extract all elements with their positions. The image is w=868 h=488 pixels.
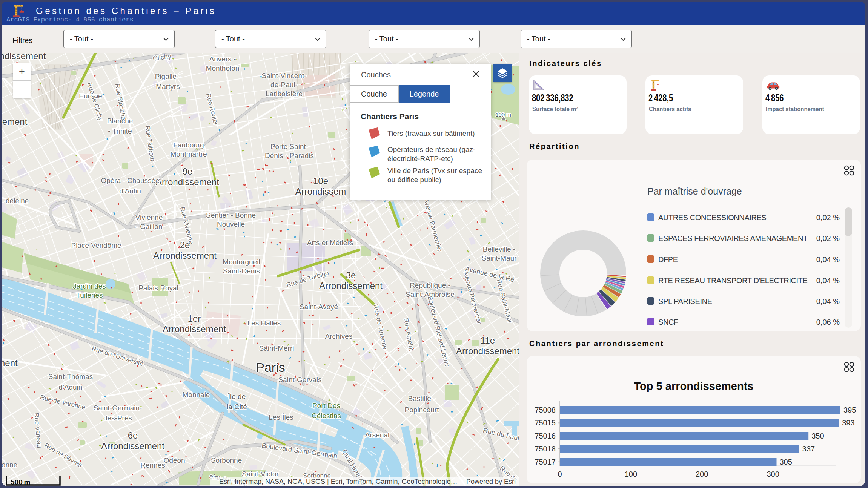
svg-text:11e: 11e [481, 335, 495, 345]
svg-text:Rennes: Rennes [140, 461, 165, 469]
svg-text:75018: 75018 [535, 445, 556, 453]
svg-text:Faubourg: Faubourg [173, 141, 204, 149]
svg-text:Jardin des: Jardin des [73, 282, 106, 290]
svg-text:Les Halles: Les Halles [247, 319, 281, 327]
svg-text:Vivienne: Vivienne [135, 213, 163, 221]
svg-text:Bastille -: Bastille - [408, 394, 436, 402]
svg-text:393: 393 [842, 419, 854, 427]
svg-text:75017: 75017 [535, 458, 556, 466]
svg-text:337: 337 [802, 445, 815, 453]
svg-text:République -: République - [410, 281, 450, 289]
svg-text:Place Vendôme: Place Vendôme [71, 241, 121, 249]
svg-text:Arts et Métiers: Arts et Métiers [307, 239, 353, 247]
svg-text:0: 0 [558, 470, 562, 478]
svg-text:Arrondissem: Arrondissem [295, 186, 346, 196]
svg-text:Arrondissement: Arrondissement [163, 324, 226, 334]
svg-text:75016: 75016 [535, 432, 556, 440]
svg-text:sement: sement [2, 117, 28, 127]
svg-text:300: 300 [767, 470, 779, 478]
svg-text:Tuileries: Tuileries [76, 291, 103, 299]
svg-text:200: 200 [696, 470, 708, 478]
svg-text:10e: 10e [313, 176, 328, 186]
svg-text:Arrondissement: Arrondissement [101, 441, 164, 451]
svg-text:Saint-Merri: Saint-Merri [259, 344, 294, 352]
svg-text:Saint-Vincent-: Saint-Vincent- [262, 72, 307, 80]
svg-text:deleine: deleine [6, 197, 29, 205]
svg-text:Monnaie: Monnaie [183, 391, 210, 399]
svg-text:la Cité: la Cité [227, 403, 247, 411]
svg-text:de-Paul-: de-Paul- [270, 81, 298, 89]
svg-text:Porte Saint-: Porte Saint- [270, 143, 308, 150]
svg-text:305: 305 [780, 458, 792, 466]
svg-text:75015: 75015 [535, 419, 556, 427]
svg-text:Saint-Denis: Saint-Denis [223, 267, 260, 275]
svg-text:des-Prés: des-Prés [103, 414, 132, 422]
svg-text:d'Antin: d'Antin [119, 187, 141, 195]
svg-text:6e: 6e [128, 430, 138, 440]
svg-text:Anvers -: Anvers - [209, 55, 236, 63]
svg-text:75008: 75008 [535, 406, 556, 414]
svg-text:- Trinité: - Trinité [108, 127, 132, 135]
svg-text:ndissement: ndissement [2, 53, 46, 61]
svg-text:Odéon: Odéon [163, 456, 185, 464]
svg-text:Sentier - Bonne: Sentier - Bonne [206, 211, 256, 219]
svg-text:Saint-Avoyé: Saint-Avoyé [300, 303, 338, 311]
svg-text:Opéra - Chaussée: Opéra - Chaussée [101, 176, 159, 184]
svg-text:Montmartre: Montmartre [170, 150, 207, 158]
svg-text:Port Des: Port Des [312, 402, 340, 410]
svg-text:Célestins: Célestins [312, 412, 341, 420]
svg-text:Montorgueil: Montorgueil [223, 258, 260, 266]
svg-text:d'Aquin: d'Aquin [59, 383, 83, 391]
svg-text:1er: 1er [188, 313, 201, 324]
svg-text:ment: ment [2, 358, 18, 368]
svg-text:Île de: Île de [228, 393, 246, 401]
svg-text:Dènis - Paradis: Dènis - Paradis [265, 152, 314, 160]
svg-text:Lariboisière: Lariboisière [266, 90, 303, 98]
svg-text:onne: onne [2, 461, 17, 469]
svg-text:Sorbonne: Sorbonne [211, 456, 242, 464]
svg-text:395: 395 [843, 406, 856, 414]
svg-text:Saint-Maur: Saint-Maur [482, 254, 517, 262]
svg-text:Pigalle -: Pigalle - [155, 72, 181, 80]
svg-text:3e: 3e [346, 270, 356, 280]
svg-text:Popincourt: Popincourt [405, 406, 439, 414]
svg-text:350: 350 [811, 432, 824, 440]
svg-text:Belleville -: Belleville - [483, 245, 516, 253]
svg-text:Saint-Victor: Saint-Victor [242, 470, 279, 478]
svg-text:Palais Royal: Palais Royal [138, 284, 178, 292]
svg-text:Archives: Archives [325, 332, 353, 340]
svg-text:Arsenal: Arsenal [365, 431, 389, 439]
svg-text:Arrondissement: Arrondissement [456, 346, 519, 356]
svg-text:Arrondissement: Arrondissement [319, 281, 383, 291]
svg-text:Nouvelle: Nouvelle [217, 220, 245, 228]
svg-text:Saint-Thomas: Saint-Thomas [48, 373, 93, 381]
svg-text:Martyrs: Martyrs [156, 83, 180, 91]
svg-text:Montholon: Montholon [206, 64, 240, 72]
svg-text:Saint-Germain-: Saint-Germain- [94, 404, 142, 412]
svg-text:Arrondissement: Arrondissement [156, 177, 219, 187]
svg-text:9e: 9e [183, 166, 193, 176]
svg-text:Arrondissement: Arrondissement [153, 250, 217, 261]
svg-text:Saint-Gervais: Saint-Gervais [278, 376, 321, 384]
svg-text:Les Îles: Les Îles [269, 413, 293, 421]
svg-text:100: 100 [625, 470, 637, 478]
svg-text:- Gaillon: - Gaillon [136, 223, 163, 230]
svg-text:Paris: Paris [256, 360, 285, 374]
